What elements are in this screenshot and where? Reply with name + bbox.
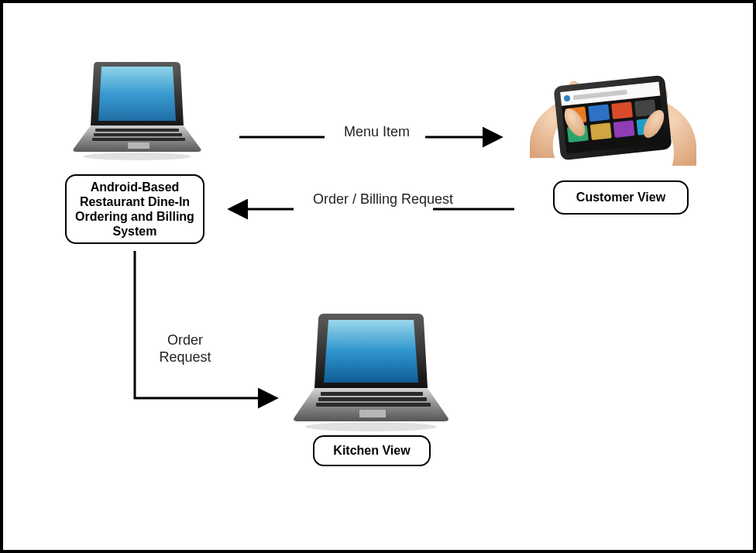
node-kitchen-text: Kitchen View	[333, 443, 410, 458]
svg-rect-24	[321, 392, 423, 396]
svg-rect-3	[128, 143, 149, 149]
svg-rect-15	[588, 105, 610, 122]
diagram-page: Android-Based Restaurant Dine-In Orderin…	[0, 0, 756, 553]
svg-rect-0	[95, 129, 179, 132]
node-customer-label: Customer View	[553, 180, 689, 215]
svg-rect-16	[611, 101, 633, 119]
svg-rect-19	[590, 122, 612, 140]
edge-order-billing-label: Order / Billing Request	[313, 191, 453, 208]
svg-point-28	[305, 422, 437, 431]
svg-rect-1	[94, 133, 182, 136]
svg-point-4	[83, 153, 191, 160]
node-customer-text: Customer View	[576, 190, 665, 204]
svg-rect-26	[316, 403, 431, 407]
svg-rect-27	[359, 410, 386, 417]
edge-order-request-label: Order Request	[154, 332, 216, 366]
svg-rect-25	[318, 397, 427, 401]
svg-rect-2	[92, 138, 185, 141]
svg-rect-20	[613, 120, 635, 138]
node-kitchen-label: Kitchen View	[313, 435, 431, 466]
laptop-icon	[290, 309, 452, 436]
laptop-icon	[69, 57, 204, 165]
tablet-in-hands-icon	[530, 50, 696, 184]
node-system-text: Android-Based Restaurant Dine-In Orderin…	[73, 180, 197, 239]
node-system-label: Android-Based Restaurant Dine-In Orderin…	[65, 174, 204, 244]
edge-menu-item-label: Menu Item	[344, 124, 410, 141]
